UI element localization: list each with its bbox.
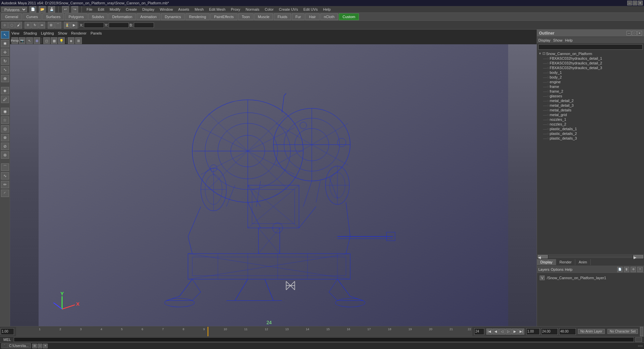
tab-dynamics[interactable]: Dynamics <box>161 13 184 20</box>
tree-item[interactable]: —○ plastic_details_3 <box>538 136 643 141</box>
tree-item[interactable]: —○ metal_details <box>538 108 643 112</box>
rotate-button[interactable]: ↻ <box>1 57 9 65</box>
layer-row[interactable]: V /Snow_Cannon_on_Platform_layer1 <box>538 275 643 281</box>
scale-button[interactable]: ⤡ <box>1 66 9 73</box>
tree-item[interactable]: —○ FBXASC032hydraulics_detail_3 <box>538 65 643 70</box>
paint-button[interactable]: 🖌 <box>15 22 22 29</box>
tree-item[interactable]: ▼ ⊡ Snow_Cannon_on_Platform <box>538 51 643 56</box>
tab-subdvs[interactable]: Subdvs <box>88 13 108 20</box>
delete-layer-button[interactable]: 🗑 <box>624 267 629 272</box>
layer-help-button[interactable]: ? <box>637 267 643 272</box>
ep-curve-button[interactable]: ∿ <box>1 172 9 180</box>
new-scene-button[interactable]: 📄 <box>30 6 36 13</box>
menu-create[interactable]: Create <box>124 7 138 12</box>
paint-select-button[interactable]: ✱ <box>1 40 9 47</box>
layers-menu-options[interactable]: Options <box>551 267 564 271</box>
pencil-button[interactable]: ✏ <box>1 181 9 188</box>
snap-curve-button[interactable]: ⌒ <box>55 22 61 29</box>
x-coord-input[interactable] <box>84 22 104 28</box>
tab-fluids[interactable]: Fluids <box>274 13 291 20</box>
tree-item[interactable]: —○ plastic_details_2 <box>538 131 643 136</box>
tree-item[interactable]: —○ FBXASC032hydraulics_detail_2 <box>538 61 643 65</box>
select-mode-button[interactable]: ↖ <box>1 31 9 39</box>
scale-tool-button[interactable]: ⇔ <box>39 22 45 29</box>
outliner-minimize-button[interactable]: ─ <box>627 31 631 36</box>
anim-layer-dropdown[interactable]: No Anim Layer <box>578 329 605 334</box>
move-tool-button[interactable]: ✛ <box>24 22 31 29</box>
tree-item[interactable]: —○ body_2 <box>538 75 643 80</box>
tab-hair[interactable]: Hair <box>305 13 319 20</box>
tree-item[interactable]: —○ nozzles_2 <box>538 122 643 127</box>
tree-item[interactable]: —○ frame <box>538 84 643 89</box>
tree-item[interactable]: —○ plastic_details_1 <box>538 127 643 131</box>
viewport-view-menu[interactable]: View <box>11 31 19 35</box>
layers-menu-layers[interactable]: Layers <box>538 267 549 271</box>
command-line-input[interactable] <box>14 337 634 342</box>
goto-start-button[interactable]: |◀ <box>486 329 492 335</box>
timeline-scroll-right[interactable] <box>640 327 643 336</box>
tab-deformation[interactable]: Deformation <box>108 13 136 20</box>
viewport-panels-menu[interactable]: Panels <box>91 31 102 35</box>
vp-grid-button[interactable]: ⊞ <box>75 37 82 44</box>
layer-options-button[interactable]: ⚙ <box>631 267 636 272</box>
tab-general[interactable]: General <box>1 13 22 20</box>
outliner-search-input[interactable] <box>538 44 643 50</box>
tab-ncloth[interactable]: nCloth <box>320 13 338 20</box>
goto-end-button[interactable]: ▶| <box>518 329 524 335</box>
tab-surfaces[interactable]: Surfaces <box>42 13 64 20</box>
tab-toon[interactable]: Toon <box>238 13 254 20</box>
show-manip-button[interactable]: ◈ <box>1 87 9 94</box>
viewport[interactable]: View Shading Lighting Show Renderer Pane… <box>10 30 537 326</box>
outliner-maximize-button[interactable]: □ <box>632 31 637 36</box>
outliner-close-button[interactable]: ✕ <box>637 31 642 36</box>
bind-skin-button[interactable]: ⊘ <box>1 143 9 150</box>
start-frame-input[interactable] <box>1 328 14 335</box>
timeline-ruler[interactable]: 1 2 3 4 5 6 7 8 9 10 11 12 13 14 15 16 1… <box>16 327 472 336</box>
taskbar-btn-2[interactable]: □ <box>38 344 42 348</box>
layers-menu-help[interactable]: Help <box>565 267 573 271</box>
save-button[interactable]: 💾 <box>48 6 55 13</box>
outliner-hscroll-left[interactable]: ◀ <box>538 255 548 258</box>
snap-grid-button[interactable]: ⊞ <box>48 22 54 29</box>
close-button[interactable]: ✕ <box>638 1 643 5</box>
menu-editmesh[interactable]: Edit Mesh <box>208 7 227 12</box>
z-coord-input[interactable] <box>134 22 154 28</box>
step-back-button[interactable]: ◀ <box>493 329 499 335</box>
vp-select-button[interactable]: ↖ <box>26 37 33 44</box>
paint-weight-button[interactable]: ⊛ <box>1 151 9 159</box>
viewport-canvas[interactable]: X Y 24 <box>10 44 537 326</box>
menu-assets[interactable]: Assets <box>177 7 191 12</box>
cv-curve-button[interactable]: ⌒ <box>1 163 9 171</box>
redo-button[interactable]: ↪ <box>71 6 78 13</box>
vp-camera-button[interactable]: 📷 <box>19 37 25 44</box>
tree-item[interactable]: —○ engine <box>538 80 643 84</box>
layer-tab-anim[interactable]: Anim <box>575 259 591 265</box>
vp-isolate-button[interactable]: ◈ <box>68 37 74 44</box>
maximize-button[interactable]: □ <box>633 1 637 5</box>
rotate-tool-button[interactable]: ↻ <box>32 22 38 29</box>
tab-animation[interactable]: Animation <box>137 13 160 20</box>
vp-smooth-button[interactable]: ◻ <box>43 37 50 44</box>
menu-color[interactable]: Color <box>263 7 275 12</box>
layer-tab-display[interactable]: Display <box>537 259 556 265</box>
menu-proxy[interactable]: Proxy <box>229 7 241 12</box>
tree-item[interactable]: —○ body_1 <box>538 70 643 75</box>
lasso-button[interactable]: ◌ <box>8 22 15 29</box>
render-button[interactable]: ▶ <box>71 22 77 29</box>
mode-selector[interactable]: Polygons <box>1 7 27 12</box>
taskbar-btn-3[interactable]: ✕ <box>43 344 48 348</box>
outliner-hscroll-right[interactable]: ▶ <box>633 255 643 258</box>
play-back-button[interactable]: ◁ <box>499 329 505 335</box>
tab-custom[interactable]: Custom <box>339 13 359 20</box>
tree-item[interactable]: —○ glasses <box>538 94 643 98</box>
joint-button[interactable]: ◎ <box>1 125 9 133</box>
tree-item[interactable]: —○ metal_grid <box>538 112 643 117</box>
character-set-dropdown[interactable]: No Character Set <box>607 329 638 334</box>
outliner-display-menu[interactable]: Display <box>538 38 550 42</box>
menu-edituvs[interactable]: Edit UVs <box>302 7 319 12</box>
arc-button[interactable]: ◜ <box>1 190 9 197</box>
layer-tab-render[interactable]: Render <box>556 259 575 265</box>
tree-item[interactable]: —○ nozzles_1 <box>538 117 643 122</box>
menu-file[interactable]: File <box>85 7 94 12</box>
play-forward-button[interactable]: ▷ <box>505 329 512 335</box>
